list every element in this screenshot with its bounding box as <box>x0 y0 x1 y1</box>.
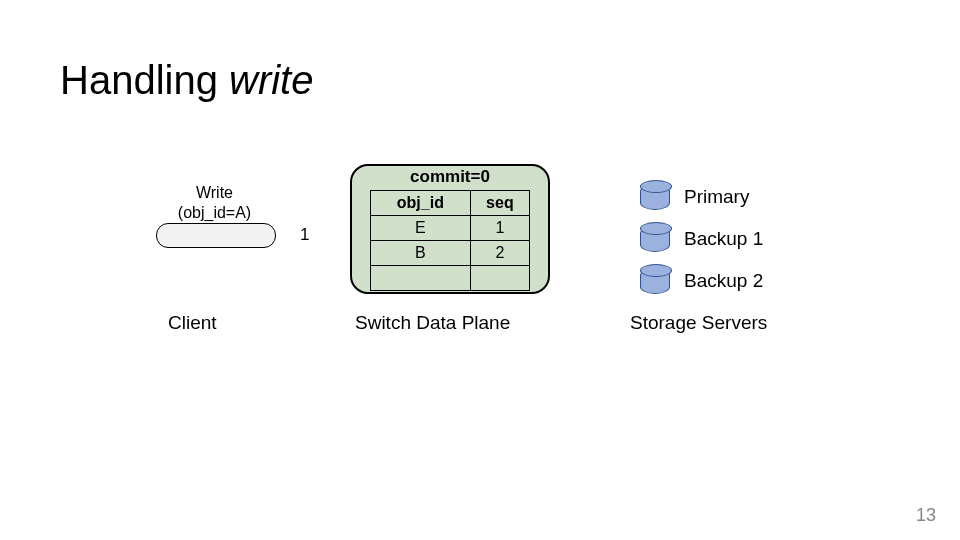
server-label: Backup 2 <box>684 270 763 292</box>
slide-title: Handling write <box>60 58 313 103</box>
cell-seq <box>470 266 529 291</box>
server-label: Primary <box>684 186 749 208</box>
server-backup1: Backup 1 <box>640 226 763 252</box>
write-line1: Write <box>157 183 272 203</box>
title-prefix: Handling <box>60 58 229 102</box>
col-seq: seq <box>470 191 529 216</box>
database-icon <box>640 226 670 252</box>
table-row: E 1 <box>371 216 530 241</box>
database-icon <box>640 268 670 294</box>
table-row <box>371 266 530 291</box>
col-obj-id: obj_id <box>371 191 471 216</box>
switch-label: Switch Data Plane <box>355 312 510 334</box>
storage-label: Storage Servers <box>630 312 767 334</box>
client-label: Client <box>168 312 217 334</box>
commit-text: commit=0 <box>350 167 550 187</box>
slide: Handling write Write (obj_id=A) 1 Client… <box>0 0 960 540</box>
cell-seq: 1 <box>470 216 529 241</box>
write-request-label: Write (obj_id=A) <box>157 183 272 223</box>
server-label: Backup 1 <box>684 228 763 250</box>
database-icon <box>640 184 670 210</box>
table-header-row: obj_id seq <box>371 191 530 216</box>
page-number: 13 <box>916 505 936 526</box>
title-italic: write <box>229 58 313 102</box>
server-backup2: Backup 2 <box>640 268 763 294</box>
cell-seq: 2 <box>470 241 529 266</box>
cell-obj-id: E <box>371 216 471 241</box>
switch-table: obj_id seq E 1 B 2 <box>370 190 530 291</box>
packet-number: 1 <box>300 225 309 245</box>
write-line2: (obj_id=A) <box>157 203 272 223</box>
server-primary: Primary <box>640 184 749 210</box>
packet-shape <box>156 223 276 248</box>
table-row: B 2 <box>371 241 530 266</box>
cell-obj-id <box>371 266 471 291</box>
cell-obj-id: B <box>371 241 471 266</box>
